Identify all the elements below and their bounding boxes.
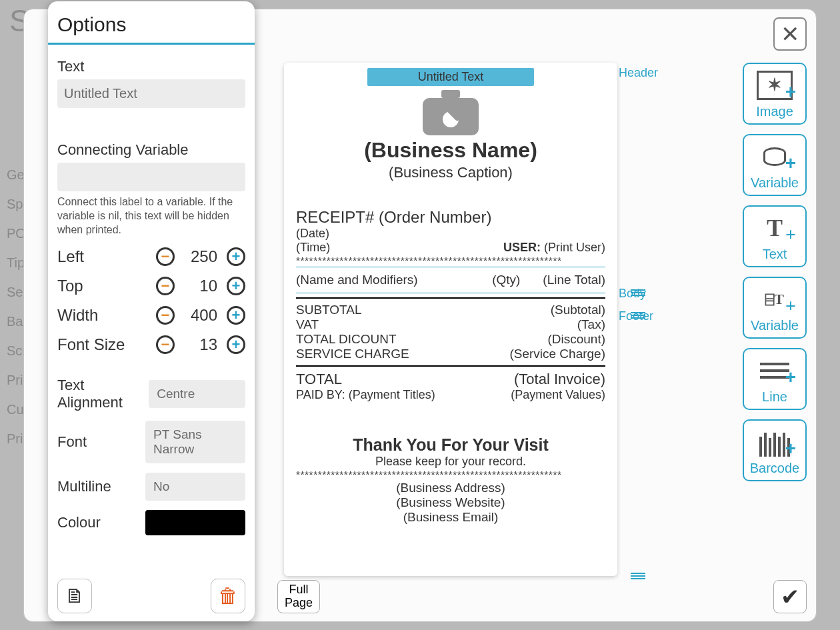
connecting-variable-input[interactable] [57, 163, 245, 191]
connecting-variable-label: Connecting Variable [57, 141, 245, 159]
add-image-button[interactable]: + Image [743, 63, 807, 125]
font-label: Font [57, 433, 87, 451]
check-icon: ✔ [781, 583, 799, 610]
left-stepper-row: Left − 250 + [57, 247, 245, 266]
divider [48, 43, 255, 45]
line-item-total[interactable]: (Line Total) [543, 273, 605, 287]
colour-picker[interactable] [145, 510, 245, 535]
variable-text-icon: ⌸T+ [756, 285, 793, 314]
line-icon: + [756, 356, 793, 385]
top-stepper-row: Top − 10 + [57, 277, 245, 295]
full-page-button[interactable]: Full Page [277, 580, 320, 613]
top-decrement[interactable]: − [156, 277, 175, 295]
section-divider[interactable] [296, 293, 605, 293]
selected-element-badge[interactable]: Untitled Text [367, 68, 534, 86]
top-increment[interactable]: + [227, 277, 245, 295]
add-variable-text-button[interactable]: ⌸T+ Variable [743, 277, 807, 339]
connecting-variable-help: Connect this label to a variable. If the… [57, 195, 245, 237]
multiline-select[interactable]: No [145, 473, 245, 501]
business-name[interactable]: (Business Name) [296, 138, 605, 163]
divider-stars[interactable]: ****************************************… [296, 255, 605, 267]
section-drag-handle[interactable] [631, 311, 645, 319]
text-icon: T+ [756, 213, 793, 243]
font-select[interactable]: PT Sans Narrow [145, 421, 245, 463]
section-divider[interactable] [296, 267, 605, 267]
line-item-qty[interactable]: (Qty) [492, 273, 520, 287]
section-drag-handle[interactable] [631, 288, 645, 296]
divider-stars[interactable]: ****************************************… [296, 469, 605, 481]
options-panel: Options Text Connecting Variable Connect… [48, 1, 255, 621]
section-drag-handle[interactable] [631, 571, 645, 579]
width-stepper-row: Width − 400 + [57, 306, 245, 325]
barcode-icon: + [756, 427, 793, 457]
user-field[interactable]: USER: (Print User) [503, 241, 605, 255]
variable-image-icon: + [756, 142, 793, 171]
image-icon: + [756, 71, 793, 100]
rule-line[interactable] [296, 297, 605, 299]
receipt-number-row[interactable]: RECEIPT# (Order Number) [296, 208, 605, 227]
left-increment[interactable]: + [227, 247, 245, 266]
width-decrement[interactable]: − [156, 306, 175, 325]
left-decrement[interactable]: − [156, 247, 175, 266]
line-item-name[interactable]: (Name and Modifiers) [296, 273, 418, 287]
date-field[interactable]: (Date) [296, 227, 329, 241]
width-increment[interactable]: + [227, 306, 245, 325]
add-line-button[interactable]: + Line [743, 348, 807, 410]
text-label: Text [57, 58, 245, 75]
thank-you-text[interactable]: Thank You For Your Visit [296, 435, 605, 455]
width-value: 400 [184, 306, 217, 325]
rule-line[interactable] [296, 365, 605, 367]
close-button[interactable]: ✕ [773, 17, 807, 51]
fontsize-decrement[interactable]: − [156, 335, 175, 354]
text-value-input[interactable] [57, 79, 245, 108]
fontsize-stepper-row: Font Size − 13 + [57, 335, 245, 354]
close-icon: ✕ [781, 21, 799, 47]
logo-placeholder-icon[interactable] [419, 89, 483, 135]
alignment-label: Text Alignment [57, 377, 149, 411]
add-barcode-button[interactable]: + Barcode [743, 419, 807, 481]
receipt-preview-canvas[interactable]: Untitled Text (Business Name) (Business … [284, 63, 617, 576]
element-toolbox: + Image + Variable T+ Text ⌸T+ Variable … [743, 63, 807, 481]
duplicate-icon: 🗎 [65, 585, 85, 607]
add-variable-image-button[interactable]: + Variable [743, 134, 807, 196]
keep-record-text[interactable]: Please keep for your record. [296, 455, 605, 469]
alignment-select[interactable]: Centre [149, 380, 245, 408]
section-label-header: Header [619, 66, 658, 80]
multiline-label: Multiline [57, 478, 111, 495]
left-value: 250 [184, 247, 217, 266]
top-value: 10 [184, 277, 217, 295]
duplicate-button[interactable]: 🗎 [57, 579, 92, 613]
business-caption[interactable]: (Business Caption) [296, 164, 605, 181]
options-title: Options [57, 13, 245, 36]
fontsize-value: 13 [184, 335, 217, 354]
add-text-button[interactable]: T+ Text [743, 205, 807, 267]
colour-label: Colour [57, 514, 101, 531]
trash-icon: 🗑 [218, 585, 238, 607]
delete-button[interactable]: 🗑 [211, 579, 245, 613]
confirm-button[interactable]: ✔ [773, 580, 807, 613]
fontsize-increment[interactable]: + [227, 335, 245, 354]
time-field[interactable]: (Time) [296, 241, 330, 255]
